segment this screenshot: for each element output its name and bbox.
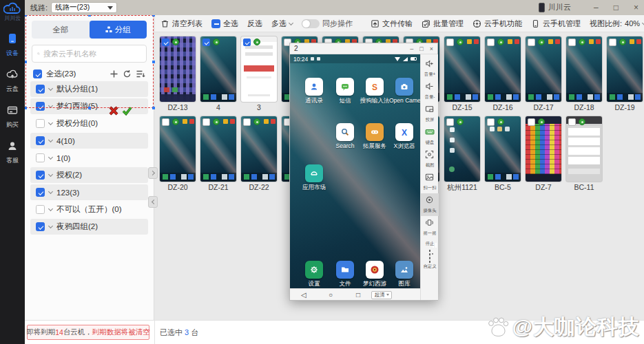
phone-checkbox[interactable] [202,118,210,126]
view-scale-dropdown[interactable]: 视图比例: 40% [590,19,644,29]
batch-manage-button[interactable]: 批量管理 [422,19,464,29]
phone-preview-window[interactable]: 2 – □ × 10:24 [289,43,438,301]
file-transfer-button[interactable]: 文件传输 [371,19,413,29]
chevron-down-icon[interactable] [48,189,53,194]
nav-home-button[interactable]: ○ [329,289,333,301]
phone-card[interactable]: DZ-22 [241,116,277,192]
refresh-button[interactable] [123,69,132,78]
phone-card[interactable]: BC-11 [566,116,602,192]
phone-checkbox[interactable] [528,39,535,46]
nav-back-button[interactable]: ◁ [301,289,307,301]
phone-card[interactable]: 3 [241,36,277,112]
group-checkbox[interactable] [36,188,45,197]
group-row[interactable]: 4(10) [30,133,148,149]
chevron-down-icon[interactable] [48,120,53,125]
phone-card[interactable]: 杭州1121 [444,116,480,192]
panel-expand-button[interactable] [148,167,158,179]
phone-checkbox[interactable] [568,118,576,126]
phone-thumbnail[interactable] [160,116,196,182]
phone-screen[interactable]: 10:24 通讯录 [290,54,420,288]
expiry-alert[interactable]: 即将到期 14 台云机， 到期数据将被清空 [27,325,149,340]
phone-checkbox[interactable] [243,118,251,126]
phone-checkbox[interactable] [162,39,169,46]
phone-card[interactable]: DZ-20 [160,116,196,192]
tool-custom[interactable]: 自定义 [421,249,439,272]
preview-window-titlebar[interactable]: 2 – □ × [290,43,437,54]
phone-thumbnail[interactable] [485,36,521,102]
app-extend-service[interactable]: 拓展服务 [360,123,390,151]
select-all-toolbar[interactable]: 全选 [211,19,238,29]
tab-all[interactable]: 全部 [32,21,90,39]
phone-checkbox[interactable] [243,39,251,46]
group-row[interactable]: 默认分组(1) [30,81,148,97]
tool-keyboard[interactable]: 键盘 [421,125,439,148]
group-checkbox[interactable] [36,85,45,94]
phone-thumbnail[interactable] [160,36,196,102]
phone-checkbox[interactable] [202,39,210,46]
phone-checkbox[interactable] [446,39,454,46]
sidebar-item-cloud-disk[interactable]: 云盘 [6,68,19,94]
phone-thumbnail[interactable] [607,36,643,102]
phone-card[interactable]: DZ-19 [607,36,643,112]
phone-thumbnail[interactable] [444,36,480,102]
preview-minimize-button[interactable]: – [410,44,413,54]
cancel-x-icon[interactable] [109,106,118,116]
phone-thumbnail[interactable] [241,116,277,182]
chevron-down-icon[interactable] [48,86,53,91]
app-market[interactable]: 应用市场 [299,164,329,192]
dock-settings[interactable]: 设置 [299,261,329,288]
phone-checkbox[interactable] [528,118,535,126]
phone-checkbox[interactable] [162,118,169,126]
phone-thumbnail[interactable] [200,116,236,182]
group-checkbox[interactable] [36,102,45,111]
dock-gallery[interactable]: 图库 [389,261,419,288]
multi-select-button[interactable]: 多选 [271,19,293,29]
chevron-down-icon[interactable] [48,155,53,160]
chevron-down-icon[interactable] [48,224,53,228]
tool-screen-cast[interactable]: 投屏 [421,103,439,125]
panel-collapse-button[interactable] [148,196,158,208]
chevron-down-icon[interactable] [48,138,53,142]
app-sogou-ime[interactable]: S 搜狗输入法 [360,78,390,105]
phone-thumbnail[interactable] [200,36,236,102]
chevron-down-icon[interactable] [48,103,53,108]
group-checkbox[interactable] [36,205,45,214]
phone-thumbnail[interactable] [526,36,561,102]
preview-close-button[interactable]: × [430,44,433,54]
confirm-check-icon[interactable] [122,106,132,116]
phone-thumbnail[interactable] [241,36,277,102]
cloud-phone-manage-button[interactable]: 云手机管理 [531,19,581,29]
sidebar-item-buy[interactable]: 购买 [6,104,19,129]
tool-stop[interactable]: 停止 [421,239,439,249]
search-box[interactable] [32,45,147,63]
phone-card[interactable]: DZ-13 [160,36,196,112]
app-open-camera[interactable]: Open Came.. [389,78,419,104]
tool-screenshot[interactable]: 截图 [421,148,439,171]
tool-volume-down[interactable]: 音量- [421,80,439,103]
chevron-down-icon[interactable] [48,206,53,211]
app-search[interactable]: Search [330,123,360,149]
group-row[interactable]: 夜鸦四组(2) [30,219,148,235]
phone-checkbox[interactable] [446,118,454,126]
select-all-checkbox[interactable] [33,69,42,78]
group-checkbox[interactable] [36,119,45,128]
group-checkbox[interactable] [36,171,45,180]
app-x-browser[interactable]: X X浏览器 [389,123,419,151]
dock-mhxy-game[interactable]: 梦幻西游 [360,261,390,288]
phone-card[interactable]: BC-5 [485,116,521,192]
group-checkbox[interactable] [36,136,45,145]
phone-checkbox[interactable] [487,118,495,126]
phone-card[interactable]: DZ-18 [566,36,602,112]
tab-group[interactable]: 分组 [90,21,147,39]
group-checkbox[interactable] [36,153,45,162]
preview-maximize-button[interactable]: □ [419,44,423,54]
phone-card[interactable]: DZ-17 [526,36,561,112]
group-row[interactable]: 授权(2) [30,167,148,183]
phone-thumbnail[interactable] [526,116,561,182]
phone-card[interactable]: DZ-7 [526,116,561,192]
group-checkbox[interactable] [36,222,45,231]
sidebar-item-devices[interactable]: 设备 [6,32,19,58]
phone-checkbox[interactable] [487,39,495,46]
maximize-button[interactable]: □ [614,0,619,15]
minimize-button[interactable]: – [594,0,599,15]
